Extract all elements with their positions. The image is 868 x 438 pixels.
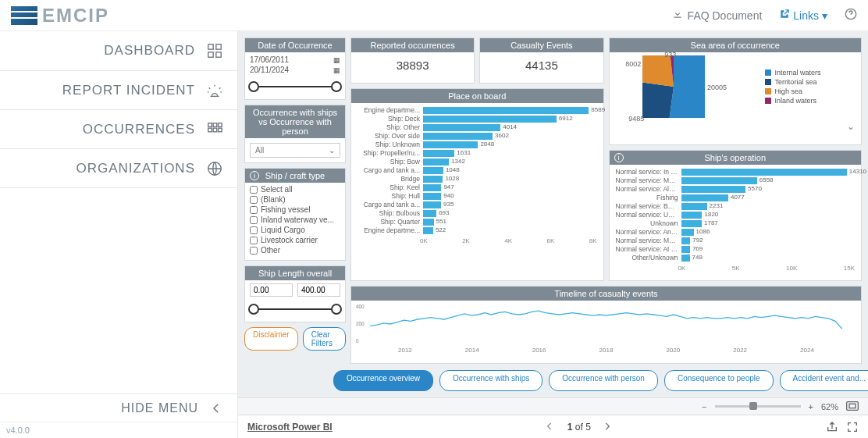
occ-vs-dropdown[interactable]: All ⌄ xyxy=(250,143,340,158)
bar-row[interactable]: Normal service: In p...14310 xyxy=(616,168,856,176)
bar-row[interactable]: Ship: Keel947 xyxy=(358,183,597,191)
page-tab[interactable]: Consequence to people xyxy=(664,370,774,391)
timeline-axis: 2012201420162018202020222024 xyxy=(356,347,856,357)
legend-item[interactable]: High sea xyxy=(765,87,827,95)
ship-length-min[interactable] xyxy=(250,283,293,297)
legend-item[interactable]: Territorial sea xyxy=(765,78,827,86)
links-dropdown[interactable]: Links ▾ xyxy=(779,9,827,22)
page-tab[interactable]: Occurrence with ships xyxy=(439,370,542,391)
date-to[interactable]: 20/11/2024 xyxy=(250,66,289,74)
date-from[interactable]: 17/06/2011 xyxy=(250,55,289,64)
ship-length-max[interactable] xyxy=(297,283,340,297)
ships-operation-bars[interactable]: Normal service: In p...14310Normal servi… xyxy=(610,165,862,263)
bar-row[interactable]: Normal service: Anc...1086 xyxy=(616,228,856,236)
slider-end-knob[interactable] xyxy=(331,304,342,315)
page-tab[interactable]: Occurrence overview xyxy=(333,370,433,391)
bar-row[interactable]: Fishing4077 xyxy=(616,194,856,201)
nav-organizations[interactable]: ORGANIZATIONS xyxy=(0,148,237,187)
place-on-board-axis: 0K2K4K6K8K xyxy=(351,236,603,247)
length-range-slider[interactable] xyxy=(251,301,339,317)
svg-rect-7 xyxy=(219,123,222,126)
bar-row[interactable]: Normal service: Und...1820 xyxy=(616,211,856,219)
ship-type-option[interactable]: Other xyxy=(250,245,340,255)
ship-type-option[interactable]: (Blank) xyxy=(250,194,340,205)
checkbox[interactable] xyxy=(250,206,258,214)
calendar-icon[interactable]: ▦ xyxy=(333,66,340,74)
zoom-slider[interactable] xyxy=(715,405,801,408)
page-tab[interactable]: Occurrence with person xyxy=(549,370,658,391)
info-icon[interactable]: i xyxy=(250,171,259,180)
calendar-icon[interactable]: ▦ xyxy=(333,56,340,64)
bar-row[interactable]: Bridge1028 xyxy=(358,175,597,183)
bar-row[interactable]: Normal service: Bert...2231 xyxy=(616,202,856,210)
page-tab[interactable]: Accident event and... xyxy=(780,370,868,391)
bar-row[interactable]: Normal service: Alon...5570 xyxy=(616,185,856,193)
checkbox[interactable] xyxy=(250,247,258,255)
bar-row[interactable]: Cargo and tank a...1048 xyxy=(358,166,597,174)
bar-row[interactable]: Cargo and tank a...935 xyxy=(358,201,597,208)
legend-item[interactable]: Internal waters xyxy=(765,69,827,77)
svg-rect-20 xyxy=(847,401,859,410)
bar-row[interactable]: Ship: Bow1342 xyxy=(358,158,597,166)
zoom-in-button[interactable]: + xyxy=(809,402,813,411)
logo-icon xyxy=(11,6,37,25)
nav-dashboard[interactable]: DASHBOARD xyxy=(0,31,237,70)
bar-row[interactable]: Other/Unknown748 xyxy=(616,254,856,262)
timeline-svg[interactable]: 400 200 0 xyxy=(356,302,856,344)
faq-link-label: FAQ Document xyxy=(688,9,763,22)
zoom-bar: − + 62% xyxy=(238,397,868,415)
ship-type-option[interactable]: Select all xyxy=(250,184,340,194)
bar-row[interactable]: Ship: Over side3602 xyxy=(358,132,597,140)
bar-row[interactable]: Engine departme...8589 xyxy=(358,106,597,114)
pie-chart[interactable]: 933 8002 20005 9485 xyxy=(642,55,705,118)
fit-to-page-icon[interactable] xyxy=(846,401,859,412)
ship-type-option[interactable]: Livestock carrier xyxy=(250,235,340,245)
place-on-board-bars[interactable]: Engine departme...8589Ship: Deck6912Ship… xyxy=(351,103,603,236)
caret-down-icon: ▾ xyxy=(822,9,827,22)
checkbox[interactable] xyxy=(250,226,258,234)
checkbox[interactable] xyxy=(250,196,258,204)
bar-row[interactable]: Engine departme...522 xyxy=(358,226,597,234)
next-page-button[interactable] xyxy=(602,421,614,433)
faq-link[interactable]: FAQ Document xyxy=(672,9,763,22)
bar-row[interactable]: Ship: Propeller/ru...1631 xyxy=(358,149,597,157)
date-range-slider[interactable] xyxy=(251,79,339,94)
ship-type-option[interactable]: Inland waterway ve... xyxy=(250,215,340,225)
checkbox[interactable] xyxy=(250,216,258,224)
powerbi-brand[interactable]: Microsoft Power BI xyxy=(247,422,333,433)
hide-menu-button[interactable]: HIDE MENU xyxy=(0,393,237,422)
slider-start-knob[interactable] xyxy=(248,304,259,315)
ship-type-option[interactable]: Liquid Cargo xyxy=(250,225,340,235)
slider-end-knob[interactable] xyxy=(331,81,342,92)
fullscreen-icon[interactable] xyxy=(846,421,859,433)
ship-type-option[interactable]: Fishing vessel xyxy=(250,205,340,215)
help-icon[interactable] xyxy=(845,8,857,23)
svg-rect-3 xyxy=(208,52,213,57)
disclaimer-button[interactable]: Disclaimer xyxy=(244,327,298,351)
app-name: EMCIP xyxy=(42,5,109,27)
checkbox[interactable] xyxy=(250,186,258,194)
chevron-down-icon[interactable]: ⌄ xyxy=(610,121,862,135)
nav-occurrences[interactable]: OCCURRENCES xyxy=(0,109,237,148)
info-icon[interactable]: i xyxy=(614,153,624,162)
checkbox[interactable] xyxy=(250,237,258,244)
bar-row[interactable]: Normal service: At a...769 xyxy=(616,245,856,253)
prev-page-button[interactable] xyxy=(544,421,557,433)
bar-row[interactable]: Ship: Bulbous693 xyxy=(358,209,597,217)
legend-item[interactable]: Inland waters xyxy=(765,97,827,105)
bar-row[interactable]: Ship: Other4014 xyxy=(358,123,597,131)
bar-row[interactable]: Ship: Deck6912 xyxy=(358,115,597,123)
zoom-out-button[interactable]: − xyxy=(702,402,706,411)
svg-rect-6 xyxy=(213,123,217,126)
bar-row[interactable]: Ship: Hull940 xyxy=(358,192,597,200)
bar-row[interactable]: Ship: Unknown2848 xyxy=(358,141,597,148)
nav-report-incident[interactable]: REPORT INCIDENT xyxy=(0,70,237,109)
slider-start-knob[interactable] xyxy=(248,81,259,92)
clear-filters-button[interactable]: Clear Filters xyxy=(303,327,346,351)
share-icon[interactable] xyxy=(826,421,838,433)
bar-row[interactable]: Normal service: Moo...792 xyxy=(616,237,856,244)
filter-sidebar: Date of Occurrence 17/06/2011▦ 20/11/202… xyxy=(244,37,346,391)
bar-row[interactable]: Ship: Quarter551 xyxy=(358,218,597,226)
bar-row[interactable]: Normal service: Man...6558 xyxy=(616,176,856,184)
bar-row[interactable]: Unknown1787 xyxy=(616,219,856,227)
